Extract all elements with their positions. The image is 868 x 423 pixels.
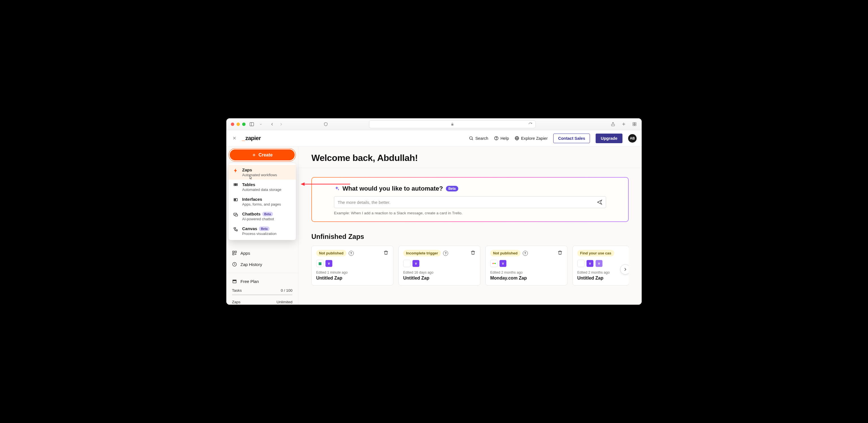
search-link[interactable]: Search [469,136,488,141]
menu-item-title: Canvas [242,226,257,231]
automate-card: What would you like to automate? Beta Ex… [311,177,629,222]
svg-point-37 [494,263,495,264]
help-icon[interactable]: ? [349,251,354,256]
logo[interactable]: _ zapier [242,135,261,141]
svg-rect-23 [235,199,236,200]
menu-item-title: Chatbots [242,212,260,216]
browser-window: ✕ _ zapier Search Help Explore Zapier Co… [226,118,642,305]
lightning-icon [232,167,239,173]
canvas-icon [232,226,239,232]
share-icon[interactable] [610,122,616,127]
zap-card[interactable]: Not published ? [486,246,567,286]
menu-item-title: Tables [242,182,255,187]
reload-icon[interactable] [528,122,533,127]
logo-prefix: _ [242,135,245,141]
app-body: Create Zaps Automated workflows [226,147,642,305]
menu-item-desc: AI-powered chatbot [242,217,274,221]
help-icon[interactable]: ? [443,251,448,256]
address-bar[interactable] [369,120,536,128]
back-icon[interactable] [269,122,275,127]
app-chip-sheets-icon: ▦ [316,260,323,267]
sidebar: Create Zaps Automated workflows [226,147,299,305]
zap-card[interactable]: Not published ? ▦ v [311,246,393,286]
zap-card[interactable]: Find your use cas v v Edited 2 months ag… [572,246,629,286]
svg-rect-29 [235,251,237,253]
svg-rect-25 [235,214,238,216]
menu-item-canvas[interactable]: Canvas Beta Process visualization [228,224,296,238]
plan-row[interactable]: Free Plan [226,276,298,287]
zap-edited: Edited 16 days ago [403,270,475,274]
status-badge: Not published [316,250,346,256]
search-label: Search [475,136,488,141]
create-button[interactable]: Create [230,150,295,160]
help-link[interactable]: Help [494,136,509,141]
close-window-icon[interactable] [231,123,234,126]
zaps-value: Unlimited [277,300,292,304]
chevron-right-icon [623,267,628,272]
upgrade-button[interactable]: Upgrade [596,134,622,143]
explore-link[interactable]: Explore Zapier [515,136,548,141]
zap-row: Not published ? ▦ v [311,246,629,286]
zap-edited: Edited 1 minute ago [316,270,389,274]
trash-icon[interactable] [557,250,563,256]
automate-input[interactable] [338,200,597,205]
sidebar-item-label: Zap History [241,262,262,267]
close-icon[interactable]: ✕ [232,135,236,141]
shield-icon[interactable] [323,122,329,127]
trash-icon[interactable] [383,250,389,256]
zaps-usage-row: Zaps Unlimited [226,297,298,305]
divider [299,168,642,168]
chat-icon [232,212,239,217]
svg-point-9 [470,137,472,139]
contact-sales-button[interactable]: Contact Sales [553,134,590,143]
automate-input-wrap[interactable] [334,196,606,208]
zap-card[interactable]: Incomplete trigger ? v [398,246,480,286]
send-icon[interactable] [597,199,602,205]
tasks-label: Tasks [232,288,242,293]
app-chips: v v [577,260,624,267]
svg-rect-6 [634,123,636,124]
sidebar-item-label: Apps [241,251,250,256]
maximize-window-icon[interactable] [242,123,246,126]
tabs-overview-icon[interactable] [631,122,637,127]
page-title: Welcome back, Abdullah! [311,147,629,168]
svg-point-36 [493,263,494,264]
avatar[interactable]: AB [628,134,637,142]
zap-name: Monday.com Zap [490,275,563,281]
next-button[interactable] [620,264,629,274]
chevron-down-icon[interactable] [258,122,264,127]
zap-edited: Edited 2 months ago [577,270,624,274]
status-badge: Not published [490,250,521,256]
help-icon[interactable]: ? [523,251,528,256]
traffic-lights[interactable] [231,123,246,126]
minimize-window-icon[interactable] [237,123,240,126]
sidebar-toggle-icon[interactable] [249,122,255,127]
browser-chrome [226,118,642,130]
unfinished-zaps-title: Unfinished Zaps [311,233,629,240]
menu-item-zaps[interactable]: Zaps Automated workflows [228,165,296,180]
tasks-usage-row: Tasks 0 / 100 [226,287,298,293]
help-label: Help [500,136,509,141]
svg-rect-7 [632,124,634,126]
app-chip-icon [577,260,585,267]
beta-pill: Beta [446,186,458,191]
tasks-usage-bar [232,294,292,295]
menu-item-desc: Automated workflows [242,173,277,177]
sidebar-item-history[interactable]: Zap History [226,259,298,270]
forward-icon[interactable] [278,122,284,127]
trash-icon[interactable] [470,250,475,256]
status-badge: Find your use cas [577,250,614,256]
plan-label: Free Plan [241,279,259,284]
new-tab-icon[interactable] [621,122,626,127]
app-header: ✕ _ zapier Search Help Explore Zapier Co… [226,130,642,147]
menu-item-interfaces[interactable]: Interfaces Apps, forms, and pages [228,194,296,209]
sparkle-icon [334,186,340,191]
logo-word: zapier [245,135,261,141]
sidebar-item-apps[interactable]: Apps [226,247,298,259]
menu-item-chatbots[interactable]: Chatbots Beta AI-powered chatbot [228,209,296,224]
app-chips: v [490,260,563,267]
create-label: Create [258,153,273,158]
lock-icon [451,123,454,126]
menu-item-tables[interactable]: Tables Automated data storage [228,180,296,194]
status-badge: Incomplete trigger [403,250,441,256]
